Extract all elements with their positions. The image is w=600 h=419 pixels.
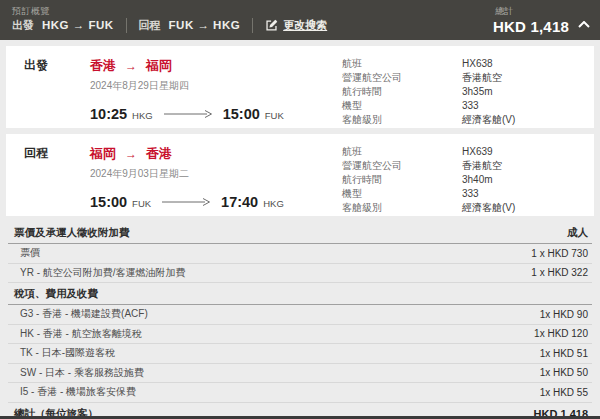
chevron-up-icon[interactable]	[578, 21, 590, 28]
fare-row-g3-tax: G3 - 香港 - 機場建設費(ACF) 1x HKD 90	[8, 305, 592, 325]
aircraft-type: 333	[462, 99, 479, 113]
fare-row-base-fare: 票價 1 x HKD 730	[8, 244, 592, 264]
detail-label: 營運航空公司	[342, 71, 462, 85]
departure-time: 15:00	[90, 194, 127, 210]
flight-date: 2024年8月29日星期四	[90, 79, 342, 93]
fare-row-value: 1x HKD 90	[540, 309, 588, 320]
header-outbound-segment[interactable]: 出發 HKG → FUK	[12, 18, 114, 33]
return-route: FUK → HKG	[169, 19, 241, 31]
header-route-row: 出發 HKG → FUK 回程 FUK → HKG 更改搜索	[12, 18, 327, 33]
fare-row-label: I5 - 香港 - 機場旅客安保費	[20, 385, 136, 399]
route-cities: 香港 → 福岡	[90, 57, 342, 75]
detail-label: 航班	[342, 57, 462, 71]
arrival-airport-code: HKG	[263, 198, 284, 209]
fare-row-i5-tax: I5 - 香港 - 機場旅客安保費 1x HKD 55	[8, 383, 592, 403]
overview-title: 預訂概覽	[12, 5, 327, 18]
detail-label: 營運航空公司	[342, 159, 462, 173]
flight-number: HX639	[462, 145, 493, 159]
flight-date: 2024年9月03日星期二	[90, 167, 342, 181]
flight-duration: 3h35m	[462, 85, 493, 99]
fare-row-label: YR - 航空公司附加費/客運燃油附加費	[20, 266, 186, 280]
fare-row-value: 1x HKD 55	[540, 387, 588, 398]
operating-carrier: 香港航空	[462, 71, 502, 85]
route-arrow-icon: →	[125, 147, 137, 161]
detail-label: 機型	[342, 187, 462, 201]
flight-arrow-icon	[162, 198, 210, 206]
route-arrow-icon: →	[125, 59, 137, 73]
flight-times: 10:25 HKG 15:00 FUK	[90, 106, 342, 122]
passenger-type-label: 成人	[567, 226, 588, 240]
booking-summary-header: 預訂概覽 出發 HKG → FUK 回程 FUK → HKG 更改搜索	[0, 0, 600, 40]
arrival-time: 17:40	[221, 194, 258, 210]
fare-row-value: 1 x HKD 730	[531, 248, 588, 259]
taxes-section-header: 稅項、費用及收費	[8, 283, 592, 305]
outbound-flight-card: 出發 香港 → 福岡 2024年8月29日星期四 10:25 HKG 15:00…	[6, 46, 594, 128]
arrival-airport-code: FUK	[265, 110, 284, 121]
total-label: 總計	[495, 5, 513, 18]
change-search-label: 更改搜索	[283, 18, 327, 33]
fare-section-header: 票價及承運人徵收附加費 成人	[8, 222, 592, 244]
fare-section-title: 稅項、費用及收費	[14, 287, 98, 301]
detail-row: 客艙級別 經濟客艙(V)	[342, 113, 586, 127]
header-return-segment[interactable]: 回程 FUK → HKG	[139, 18, 241, 33]
fare-row-label: HK - 香港 - 航空旅客離境稅	[20, 327, 142, 341]
fare-row-label: TK - 日本-國際遊客稅	[20, 346, 115, 360]
origin-city: 香港	[90, 57, 116, 75]
return-label: 回程	[139, 18, 161, 33]
fare-row-label: 票價	[20, 246, 40, 260]
flight-duration: 3h40m	[462, 173, 493, 187]
departure-airport-code: FUK	[132, 198, 151, 209]
fare-row-yr-surcharge: YR - 航空公司附加費/客運燃油附加費 1 x HKD 322	[8, 264, 592, 284]
edit-icon	[265, 19, 278, 32]
detail-row: 營運航空公司 香港航空	[342, 159, 586, 173]
detail-row: 航班 HX638	[342, 57, 586, 71]
fare-row-value: 1x HKD 120	[534, 328, 588, 339]
total-amount: HKD 1,418	[493, 18, 569, 35]
destination-city: 香港	[146, 145, 172, 163]
return-flight-card: 回程 福岡 → 香港 2024年9月03日星期二 15:00 FUK 17:40…	[6, 134, 594, 216]
fare-row-hk-tax: HK - 香港 - 航空旅客離境稅 1x HKD 120	[8, 325, 592, 345]
detail-label: 航行時間	[342, 173, 462, 187]
total-row: HKD 1,418	[493, 18, 590, 35]
cabin-class: 經濟客艙(V)	[462, 113, 515, 127]
detail-row: 航行時間 3h40m	[342, 173, 586, 187]
flight-arrow-icon	[164, 110, 212, 118]
flight-details: 航班 HX639 營運航空公司 香港航空 航行時間 3h40m 機型 333 客…	[342, 145, 594, 216]
header-left: 預訂概覽 出發 HKG → FUK 回程 FUK → HKG 更改搜索	[12, 4, 327, 36]
flight-details: 航班 HX638 營運航空公司 香港航空 航行時間 3h35m 機型 333 客…	[342, 57, 594, 128]
detail-row: 航行時間 3h35m	[342, 85, 586, 99]
fare-row-value: 1x HKD 51	[540, 348, 588, 359]
fare-row-sw-tax: SW - 日本 - 乘客服務設施費 1x HKD 50	[8, 364, 592, 384]
detail-label: 機型	[342, 99, 462, 113]
fare-row-label: SW - 日本 - 乘客服務設施費	[20, 366, 144, 380]
detail-row: 航班 HX639	[342, 145, 586, 159]
direction-label: 回程	[24, 145, 90, 216]
route-cities: 福岡 → 香港	[90, 145, 342, 163]
detail-label: 客艙級別	[342, 113, 462, 127]
fare-row-tk-tax: TK - 日本-國際遊客稅 1x HKD 51	[8, 344, 592, 364]
fare-row-label: G3 - 香港 - 機場建設費(ACF)	[20, 307, 148, 321]
flight-number: HX638	[462, 57, 493, 71]
outbound-label: 出發	[12, 18, 34, 33]
origin-city: 福岡	[90, 145, 116, 163]
detail-row: 客艙級別 經濟客艙(V)	[342, 201, 586, 215]
header-divider	[252, 18, 253, 33]
departure-time: 10:25	[90, 106, 127, 122]
arrival-time: 15:00	[223, 106, 260, 122]
detail-label: 客艙級別	[342, 201, 462, 215]
destination-city: 福岡	[146, 57, 172, 75]
fare-row-value: 1x HKD 50	[540, 367, 588, 378]
outbound-route-block: 香港 → 福岡 2024年8月29日星期四 10:25 HKG 15:00 FU…	[90, 57, 342, 128]
detail-row: 機型 333	[342, 99, 586, 113]
aircraft-type: 333	[462, 187, 479, 201]
fare-breakdown: 票價及承運人徵收附加費 成人 票價 1 x HKD 730 YR - 航空公司附…	[0, 216, 600, 419]
outbound-route: HKG → FUK	[42, 19, 114, 31]
detail-row: 營運航空公司 香港航空	[342, 71, 586, 85]
operating-carrier: 香港航空	[462, 159, 502, 173]
change-search-link[interactable]: 更改搜索	[265, 18, 327, 33]
fare-section-title: 票價及承運人徵收附加費	[14, 226, 130, 240]
detail-label: 航班	[342, 145, 462, 159]
flight-times: 15:00 FUK 17:40 HKG	[90, 194, 342, 210]
detail-row: 機型 333	[342, 187, 586, 201]
direction-label: 出發	[24, 57, 90, 128]
